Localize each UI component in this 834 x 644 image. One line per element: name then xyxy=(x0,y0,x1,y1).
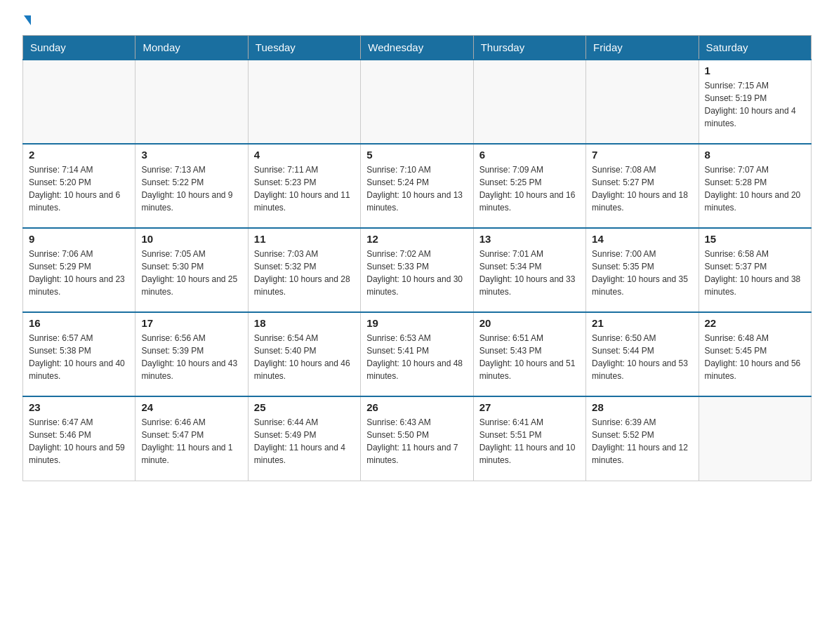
day-info: Sunrise: 6:47 AMSunset: 5:46 PMDaylight:… xyxy=(29,416,129,467)
calendar-header-row: SundayMondayTuesdayWednesdayThursdayFrid… xyxy=(23,36,812,60)
day-info: Sunrise: 7:15 AMSunset: 5:19 PMDaylight:… xyxy=(705,79,805,130)
day-number: 9 xyxy=(29,233,129,245)
calendar-day-20: 20Sunrise: 6:51 AMSunset: 5:43 PMDayligh… xyxy=(473,312,585,396)
day-number: 15 xyxy=(705,233,805,245)
day-info: Sunrise: 6:48 AMSunset: 5:45 PMDaylight:… xyxy=(705,332,805,382)
calendar-day-1: 1Sunrise: 7:15 AMSunset: 5:19 PMDaylight… xyxy=(699,60,811,144)
calendar-header-tuesday: Tuesday xyxy=(248,36,360,60)
calendar-day-17: 17Sunrise: 6:56 AMSunset: 5:39 PMDayligh… xyxy=(135,312,248,396)
day-info: Sunrise: 7:07 AMSunset: 5:28 PMDaylight:… xyxy=(705,163,805,214)
day-number: 26 xyxy=(366,401,467,413)
day-number: 2 xyxy=(29,149,129,161)
day-info: Sunrise: 7:10 AMSunset: 5:24 PMDaylight:… xyxy=(366,163,467,214)
calendar-day-empty xyxy=(23,60,135,144)
day-info: Sunrise: 7:05 AMSunset: 5:30 PMDaylight:… xyxy=(141,248,241,298)
day-info: Sunrise: 6:50 AMSunset: 5:44 PMDaylight:… xyxy=(592,332,692,382)
day-info: Sunrise: 6:54 AMSunset: 5:40 PMDaylight:… xyxy=(254,332,355,382)
day-info: Sunrise: 6:41 AMSunset: 5:51 PMDaylight:… xyxy=(479,416,580,467)
calendar-day-23: 23Sunrise: 6:47 AMSunset: 5:46 PMDayligh… xyxy=(23,396,135,481)
calendar-header-friday: Friday xyxy=(586,36,699,60)
day-number: 12 xyxy=(366,233,467,245)
day-number: 27 xyxy=(479,401,580,413)
calendar-table: SundayMondayTuesdayWednesdayThursdayFrid… xyxy=(22,35,812,481)
calendar-day-25: 25Sunrise: 6:44 AMSunset: 5:49 PMDayligh… xyxy=(248,396,360,481)
calendar-day-empty xyxy=(361,60,473,144)
day-number: 8 xyxy=(705,149,805,161)
day-number: 14 xyxy=(592,233,692,245)
calendar-day-14: 14Sunrise: 7:00 AMSunset: 5:35 PMDayligh… xyxy=(586,228,699,312)
day-number: 16 xyxy=(29,317,129,329)
day-info: Sunrise: 6:46 AMSunset: 5:47 PMDaylight:… xyxy=(141,416,241,467)
day-info: Sunrise: 7:03 AMSunset: 5:32 PMDaylight:… xyxy=(254,248,355,298)
calendar-day-13: 13Sunrise: 7:01 AMSunset: 5:34 PMDayligh… xyxy=(473,228,585,312)
day-info: Sunrise: 7:14 AMSunset: 5:20 PMDaylight:… xyxy=(29,163,129,214)
calendar-header-monday: Monday xyxy=(135,36,248,60)
day-number: 19 xyxy=(366,317,467,329)
day-info: Sunrise: 6:57 AMSunset: 5:38 PMDaylight:… xyxy=(29,332,129,382)
calendar-day-26: 26Sunrise: 6:43 AMSunset: 5:50 PMDayligh… xyxy=(361,396,473,481)
day-number: 11 xyxy=(254,233,355,245)
calendar-day-9: 9Sunrise: 7:06 AMSunset: 5:29 PMDaylight… xyxy=(23,228,135,312)
day-number: 21 xyxy=(592,317,692,329)
calendar-day-16: 16Sunrise: 6:57 AMSunset: 5:38 PMDayligh… xyxy=(23,312,135,396)
day-info: Sunrise: 6:58 AMSunset: 5:37 PMDaylight:… xyxy=(705,248,805,298)
day-info: Sunrise: 6:43 AMSunset: 5:50 PMDaylight:… xyxy=(366,416,467,467)
calendar-day-2: 2Sunrise: 7:14 AMSunset: 5:20 PMDaylight… xyxy=(23,144,135,228)
calendar-week-row: 16Sunrise: 6:57 AMSunset: 5:38 PMDayligh… xyxy=(23,312,812,396)
calendar-day-28: 28Sunrise: 6:39 AMSunset: 5:52 PMDayligh… xyxy=(586,396,699,481)
calendar-day-4: 4Sunrise: 7:11 AMSunset: 5:23 PMDaylight… xyxy=(248,144,360,228)
calendar-header-wednesday: Wednesday xyxy=(361,36,473,60)
day-number: 5 xyxy=(366,149,467,161)
calendar-day-empty xyxy=(248,60,360,144)
day-info: Sunrise: 7:13 AMSunset: 5:22 PMDaylight:… xyxy=(141,163,241,214)
day-info: Sunrise: 7:01 AMSunset: 5:34 PMDaylight:… xyxy=(479,248,580,298)
day-number: 22 xyxy=(705,317,805,329)
calendar-day-empty xyxy=(473,60,585,144)
calendar-day-empty xyxy=(699,396,811,481)
calendar-day-21: 21Sunrise: 6:50 AMSunset: 5:44 PMDayligh… xyxy=(586,312,699,396)
day-number: 18 xyxy=(254,317,355,329)
day-info: Sunrise: 6:44 AMSunset: 5:49 PMDaylight:… xyxy=(254,416,355,467)
calendar-day-24: 24Sunrise: 6:46 AMSunset: 5:47 PMDayligh… xyxy=(135,396,248,481)
day-info: Sunrise: 7:11 AMSunset: 5:23 PMDaylight:… xyxy=(254,163,355,214)
page-header xyxy=(22,17,812,27)
calendar-day-6: 6Sunrise: 7:09 AMSunset: 5:25 PMDaylight… xyxy=(473,144,585,228)
calendar-day-3: 3Sunrise: 7:13 AMSunset: 5:22 PMDaylight… xyxy=(135,144,248,228)
calendar-day-19: 19Sunrise: 6:53 AMSunset: 5:41 PMDayligh… xyxy=(361,312,473,396)
calendar-week-row: 9Sunrise: 7:06 AMSunset: 5:29 PMDaylight… xyxy=(23,228,812,312)
day-number: 17 xyxy=(141,317,241,329)
day-number: 4 xyxy=(254,149,355,161)
calendar-day-27: 27Sunrise: 6:41 AMSunset: 5:51 PMDayligh… xyxy=(473,396,585,481)
day-info: Sunrise: 6:51 AMSunset: 5:43 PMDaylight:… xyxy=(479,332,580,382)
day-number: 13 xyxy=(479,233,580,245)
day-info: Sunrise: 7:08 AMSunset: 5:27 PMDaylight:… xyxy=(592,163,692,214)
day-number: 23 xyxy=(29,401,129,413)
calendar-week-row: 23Sunrise: 6:47 AMSunset: 5:46 PMDayligh… xyxy=(23,396,812,481)
day-number: 20 xyxy=(479,317,580,329)
day-number: 10 xyxy=(141,233,241,245)
calendar-day-7: 7Sunrise: 7:08 AMSunset: 5:27 PMDaylight… xyxy=(586,144,699,228)
calendar-week-row: 1Sunrise: 7:15 AMSunset: 5:19 PMDaylight… xyxy=(23,60,812,144)
calendar-day-18: 18Sunrise: 6:54 AMSunset: 5:40 PMDayligh… xyxy=(248,312,360,396)
day-info: Sunrise: 7:09 AMSunset: 5:25 PMDaylight:… xyxy=(479,163,580,214)
calendar-day-empty xyxy=(586,60,699,144)
calendar-day-15: 15Sunrise: 6:58 AMSunset: 5:37 PMDayligh… xyxy=(699,228,811,312)
calendar-day-12: 12Sunrise: 7:02 AMSunset: 5:33 PMDayligh… xyxy=(361,228,473,312)
day-number: 1 xyxy=(705,65,805,76)
calendar-header-sunday: Sunday xyxy=(23,36,135,60)
calendar-day-5: 5Sunrise: 7:10 AMSunset: 5:24 PMDaylight… xyxy=(361,144,473,228)
day-info: Sunrise: 6:39 AMSunset: 5:52 PMDaylight:… xyxy=(592,416,692,467)
day-number: 6 xyxy=(479,149,580,161)
day-info: Sunrise: 7:02 AMSunset: 5:33 PMDaylight:… xyxy=(366,248,467,298)
day-number: 24 xyxy=(141,401,241,413)
calendar-day-8: 8Sunrise: 7:07 AMSunset: 5:28 PMDaylight… xyxy=(699,144,811,228)
calendar-day-22: 22Sunrise: 6:48 AMSunset: 5:45 PMDayligh… xyxy=(699,312,811,396)
day-info: Sunrise: 7:00 AMSunset: 5:35 PMDaylight:… xyxy=(592,248,692,298)
calendar-week-row: 2Sunrise: 7:14 AMSunset: 5:20 PMDaylight… xyxy=(23,144,812,228)
logo-arrow-icon xyxy=(24,15,31,25)
day-number: 28 xyxy=(592,401,692,413)
calendar-header-saturday: Saturday xyxy=(699,36,811,60)
logo xyxy=(22,17,31,27)
calendar-day-11: 11Sunrise: 7:03 AMSunset: 5:32 PMDayligh… xyxy=(248,228,360,312)
calendar-header-thursday: Thursday xyxy=(473,36,585,60)
